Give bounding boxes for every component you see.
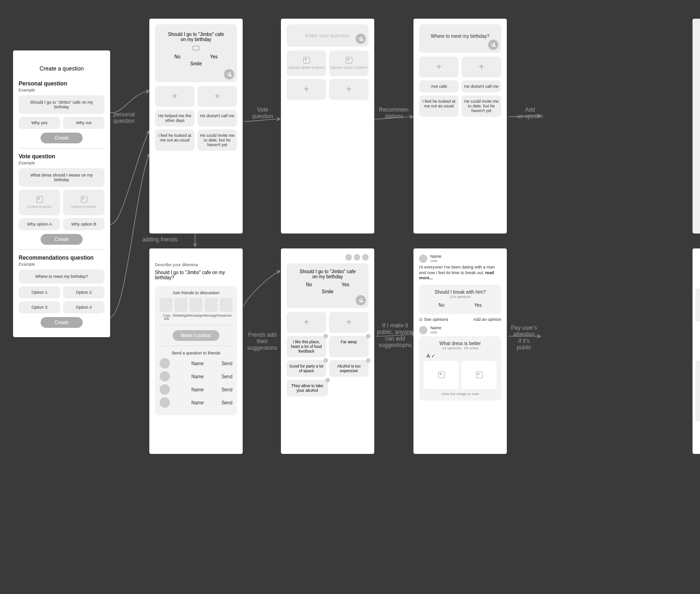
- image-icon: [346, 57, 352, 64]
- why-option-b[interactable]: Why option B: [63, 218, 105, 230]
- vote-question-card[interactable]: What dress should I weare on my birthday: [19, 168, 105, 187]
- screen-partial-top: [693, 19, 700, 233]
- vote-yes[interactable]: Yes: [342, 282, 349, 287]
- make-public-button[interactable]: Make it publuc: [173, 330, 219, 341]
- avatar-stack[interactable]: [345, 254, 369, 261]
- add-people-icon[interactable]: [488, 40, 498, 50]
- input-placeholder: Enter your question: [305, 33, 350, 38]
- vote-no[interactable]: No: [439, 303, 445, 308]
- personal-title: Personal question: [19, 80, 105, 87]
- personal-question-card[interactable]: Should I go to "Jimbo" cafe on my birthd…: [19, 95, 105, 114]
- reason-card[interactable]: He could invite me to date, but he haven…: [197, 129, 237, 151]
- suggestion-card[interactable]: Good for party a lot of space: [287, 360, 326, 377]
- why-option-a[interactable]: Why option A: [19, 218, 60, 230]
- see-opinions-link[interactable]: ⊙ See opinions: [419, 317, 448, 322]
- add-suggestion-plus[interactable]: +: [287, 312, 326, 333]
- add-reason-plus[interactable]: +: [197, 86, 237, 107]
- question-text: Should I go to "Jimbo" cafe on my birthd…: [160, 32, 232, 42]
- share-messenger[interactable]: Messanger: [188, 314, 204, 320]
- recom-question-card[interactable]: Where to meet my birthday?: [19, 269, 105, 283]
- author-dot-icon: [323, 334, 328, 339]
- opinion-count: 124 opinions: [424, 295, 497, 299]
- vote-image-b[interactable]: [462, 361, 497, 389]
- vote-smile[interactable]: Smile: [190, 61, 202, 66]
- add-people-icon[interactable]: [224, 69, 234, 79]
- dilemma-label: Describe your dilemma: [155, 262, 237, 267]
- vote-yes[interactable]: Yes: [210, 54, 217, 59]
- label-adding-friends: adding friends: [142, 236, 177, 243]
- share-qr[interactable]: [160, 298, 172, 312]
- screen-public-feed: Name date Hi everyone! I've been dating …: [413, 248, 507, 454]
- suggestion-card[interactable]: Far away: [329, 336, 369, 357]
- upload-a[interactable]: Upload option A photo: [287, 50, 326, 76]
- user-name: Name: [430, 325, 441, 330]
- add-people-icon[interactable]: [356, 34, 366, 44]
- option-1[interactable]: Option 1: [19, 286, 60, 298]
- add-suggestion-plus[interactable]: +: [329, 312, 369, 333]
- option-2[interactable]: Option 2: [63, 286, 105, 298]
- option-b-photo[interactable]: Option B photo: [63, 190, 105, 215]
- share-whatsapp[interactable]: WhatsApp: [173, 314, 188, 320]
- share-qr[interactable]: [175, 298, 187, 312]
- add-option-plus[interactable]: +: [462, 57, 501, 78]
- suggestion-card[interactable]: They allow to take your alcohol: [287, 380, 328, 396]
- vote-image-a[interactable]: [424, 361, 459, 389]
- label-friends-add: Frends add their suggestions: [247, 332, 277, 351]
- question-text: Should I go to "Jimbo" cafe on my birthd…: [291, 269, 364, 279]
- label-recom: Recommen- dations: [379, 106, 409, 120]
- author-dot-icon: [323, 358, 328, 363]
- option-card[interactable]: Ave cafe: [419, 80, 459, 92]
- share-message[interactable]: Message: [204, 314, 217, 320]
- add-reason-plus[interactable]: +: [155, 86, 195, 107]
- option-4[interactable]: Option 4: [63, 301, 105, 313]
- option-3[interactable]: Option 3: [19, 301, 60, 313]
- image-icon: [438, 372, 445, 378]
- option-card[interactable]: He doesn't call me: [462, 80, 501, 92]
- reason-card[interactable]: He doesn't call me: [197, 110, 237, 127]
- author-dot-icon: [366, 334, 371, 339]
- question-input[interactable]: Enter your question: [287, 24, 369, 47]
- add-opinion-link[interactable]: Add an opinion: [473, 317, 501, 322]
- feed-question: What dress is better: [424, 341, 497, 346]
- post-date: date: [430, 330, 441, 334]
- share-qr[interactable]: [189, 298, 202, 312]
- screen-partial-bottom: [693, 248, 700, 454]
- author-dot-icon: [366, 358, 371, 363]
- click-hint: Click the image to vote: [424, 392, 497, 396]
- send-link[interactable]: Send: [222, 374, 232, 379]
- vote-no[interactable]: No: [175, 54, 181, 59]
- upload-b[interactable]: Upload option B photo: [329, 50, 369, 76]
- why-not[interactable]: Why not: [63, 117, 105, 129]
- screen-create-question: Create a question Personal question Exam…: [13, 50, 110, 337]
- add-reason-plus[interactable]: +: [329, 79, 369, 100]
- suggestion-card[interactable]: I like this place, heart a lot of food f…: [287, 336, 326, 357]
- screen-recom-detail: Where to meet my birthday? + + Ave cafe …: [413, 19, 507, 233]
- create-button[interactable]: Create: [41, 133, 83, 143]
- add-reason-plus[interactable]: +: [287, 79, 326, 100]
- option-card[interactable]: I feel he looked at me not as usual: [419, 95, 459, 117]
- vote-no[interactable]: No: [306, 282, 312, 287]
- vote-smile[interactable]: Smile: [322, 289, 333, 294]
- send-link[interactable]: Send: [222, 361, 232, 366]
- send-link[interactable]: Send: [222, 387, 232, 392]
- share-facebook[interactable]: Facebook: [217, 314, 231, 320]
- suggestion-card[interactable]: Alcohol is too expencive: [329, 360, 369, 377]
- share-qr[interactable]: [220, 298, 232, 312]
- create-button[interactable]: Create: [41, 234, 83, 245]
- vote-yes[interactable]: Yes: [474, 303, 482, 308]
- reason-card[interactable]: I feel he looked at me not as usual: [155, 129, 195, 151]
- create-button[interactable]: Create: [41, 317, 83, 328]
- share-copy-link[interactable]: Copy link: [161, 314, 173, 320]
- send-link[interactable]: Send: [222, 400, 232, 405]
- option-card[interactable]: He could invite me to date, but he haven…: [462, 95, 501, 117]
- selected-choice: A ✓: [427, 353, 497, 359]
- add-people-icon[interactable]: [356, 295, 366, 305]
- share-qr[interactable]: [205, 298, 217, 312]
- recom-title: Recommendations question: [19, 255, 105, 261]
- add-option-plus[interactable]: +: [419, 57, 459, 78]
- dilemma-text[interactable]: Should I go to "Jimbo" cafe on my birthd…: [155, 270, 237, 280]
- why-yes[interactable]: Why yes: [19, 117, 60, 129]
- post-text: Hi everyone! I've been dating with a man…: [419, 265, 501, 281]
- option-a-photo[interactable]: Option A photo: [19, 190, 60, 215]
- reason-card[interactable]: He helped me the other days: [155, 110, 195, 127]
